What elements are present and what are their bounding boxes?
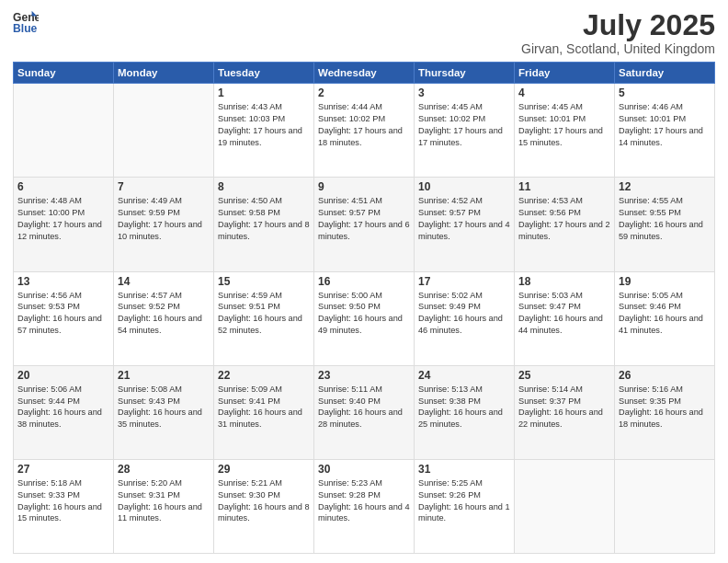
col-wednesday: Wednesday [314, 63, 415, 84]
day-info: Sunrise: 4:51 AMSunset: 9:57 PMDaylight:… [318, 195, 410, 243]
day-info: Sunrise: 5:08 AMSunset: 9:43 PMDaylight:… [118, 384, 210, 431]
col-saturday: Saturday [615, 63, 715, 84]
col-thursday: Thursday [415, 63, 515, 84]
table-row: 19Sunrise: 5:05 AMSunset: 9:46 PMDayligh… [615, 271, 715, 365]
table-row: 23Sunrise: 5:11 AMSunset: 9:40 PMDayligh… [314, 365, 415, 459]
table-row: 11Sunrise: 4:53 AMSunset: 9:56 PMDayligh… [515, 178, 615, 271]
table-row: 5Sunrise: 4:46 AMSunset: 10:01 PMDayligh… [615, 84, 715, 178]
day-number: 11 [518, 180, 610, 193]
col-monday: Monday [114, 63, 214, 84]
day-number: 20 [17, 369, 109, 382]
day-info: Sunrise: 4:49 AMSunset: 9:59 PMDaylight:… [118, 195, 210, 243]
table-row [14, 84, 114, 178]
day-info: Sunrise: 5:23 AMSunset: 9:28 PMDaylight:… [318, 477, 410, 525]
table-row [515, 459, 615, 553]
day-info: Sunrise: 4:56 AMSunset: 9:53 PMDaylight:… [17, 290, 109, 338]
day-number: 14 [118, 275, 210, 288]
day-number: 26 [619, 369, 711, 382]
table-row: 29Sunrise: 5:21 AMSunset: 9:30 PMDayligh… [214, 459, 314, 553]
table-row: 10Sunrise: 4:52 AMSunset: 9:57 PMDayligh… [415, 178, 515, 271]
day-info: Sunrise: 5:06 AMSunset: 9:44 PMDaylight:… [17, 384, 109, 431]
day-info: Sunrise: 4:57 AMSunset: 9:52 PMDaylight:… [118, 290, 210, 338]
table-row: 7Sunrise: 4:49 AMSunset: 9:59 PMDaylight… [114, 178, 214, 271]
calendar-header-row: Sunday Monday Tuesday Wednesday Thursday… [14, 63, 715, 84]
day-info: Sunrise: 5:25 AMSunset: 9:26 PMDaylight:… [418, 477, 510, 525]
day-info: Sunrise: 5:21 AMSunset: 9:30 PMDaylight:… [218, 477, 310, 525]
table-row: 30Sunrise: 5:23 AMSunset: 9:28 PMDayligh… [314, 459, 415, 553]
svg-text:Blue: Blue [13, 22, 38, 35]
table-row: 27Sunrise: 5:18 AMSunset: 9:33 PMDayligh… [14, 459, 114, 553]
calendar-week-row: 13Sunrise: 4:56 AMSunset: 9:53 PMDayligh… [14, 271, 715, 365]
table-row: 25Sunrise: 5:14 AMSunset: 9:37 PMDayligh… [515, 365, 615, 459]
day-number: 18 [518, 275, 610, 288]
day-info: Sunrise: 5:03 AMSunset: 9:47 PMDaylight:… [518, 290, 610, 338]
table-row: 16Sunrise: 5:00 AMSunset: 9:50 PMDayligh… [314, 271, 415, 365]
day-number: 1 [218, 86, 310, 99]
day-number: 13 [17, 275, 109, 288]
day-info: Sunrise: 4:50 AMSunset: 9:58 PMDaylight:… [218, 195, 310, 243]
table-row: 4Sunrise: 4:45 AMSunset: 10:01 PMDayligh… [515, 84, 615, 178]
day-number: 8 [218, 180, 310, 193]
day-info: Sunrise: 5:18 AMSunset: 9:33 PMDaylight:… [17, 477, 109, 525]
day-info: Sunrise: 4:52 AMSunset: 9:57 PMDaylight:… [418, 195, 510, 243]
table-row: 15Sunrise: 4:59 AMSunset: 9:51 PMDayligh… [214, 271, 314, 365]
table-row [114, 84, 214, 178]
table-row: 14Sunrise: 4:57 AMSunset: 9:52 PMDayligh… [114, 271, 214, 365]
day-info: Sunrise: 4:46 AMSunset: 10:01 PMDaylight… [619, 101, 711, 149]
logo: General Blue [13, 9, 39, 35]
day-info: Sunrise: 4:45 AMSunset: 10:01 PMDaylight… [518, 101, 610, 149]
day-number: 28 [118, 463, 210, 476]
day-number: 7 [118, 180, 210, 193]
day-info: Sunrise: 4:48 AMSunset: 10:00 PMDaylight… [17, 195, 109, 243]
day-info: Sunrise: 5:16 AMSunset: 9:35 PMDaylight:… [619, 384, 711, 431]
table-row: 20Sunrise: 5:06 AMSunset: 9:44 PMDayligh… [14, 365, 114, 459]
col-friday: Friday [515, 63, 615, 84]
day-info: Sunrise: 4:45 AMSunset: 10:02 PMDaylight… [418, 101, 510, 149]
table-row: 3Sunrise: 4:45 AMSunset: 10:02 PMDayligh… [415, 84, 515, 178]
day-info: Sunrise: 5:14 AMSunset: 9:37 PMDaylight:… [518, 384, 610, 431]
day-info: Sunrise: 5:05 AMSunset: 9:46 PMDaylight:… [619, 290, 711, 338]
day-info: Sunrise: 4:59 AMSunset: 9:51 PMDaylight:… [218, 290, 310, 338]
table-row: 1Sunrise: 4:43 AMSunset: 10:03 PMDayligh… [214, 84, 314, 178]
day-info: Sunrise: 5:02 AMSunset: 9:49 PMDaylight:… [418, 290, 510, 338]
header: General Blue July 2025 Girvan, Scotland,… [13, 9, 715, 56]
day-number: 19 [619, 275, 711, 288]
day-info: Sunrise: 5:20 AMSunset: 9:31 PMDaylight:… [118, 477, 210, 525]
location: Girvan, Scotland, United Kingdom [521, 41, 715, 56]
calendar-week-row: 6Sunrise: 4:48 AMSunset: 10:00 PMDayligh… [14, 178, 715, 271]
day-info: Sunrise: 5:00 AMSunset: 9:50 PMDaylight:… [318, 290, 410, 338]
table-row: 2Sunrise: 4:44 AMSunset: 10:02 PMDayligh… [314, 84, 415, 178]
day-number: 31 [418, 463, 510, 476]
month-title: July 2025 [521, 9, 715, 41]
page: General Blue July 2025 Girvan, Scotland,… [0, 0, 728, 563]
table-row: 24Sunrise: 5:13 AMSunset: 9:38 PMDayligh… [415, 365, 515, 459]
table-row: 6Sunrise: 4:48 AMSunset: 10:00 PMDayligh… [14, 178, 114, 271]
day-info: Sunrise: 4:44 AMSunset: 10:02 PMDaylight… [318, 101, 410, 149]
table-row: 12Sunrise: 4:55 AMSunset: 9:55 PMDayligh… [615, 178, 715, 271]
title-area: July 2025 Girvan, Scotland, United Kingd… [521, 9, 715, 56]
table-row: 31Sunrise: 5:25 AMSunset: 9:26 PMDayligh… [415, 459, 515, 553]
table-row: 9Sunrise: 4:51 AMSunset: 9:57 PMDaylight… [314, 178, 415, 271]
day-info: Sunrise: 4:43 AMSunset: 10:03 PMDaylight… [218, 101, 310, 149]
table-row: 22Sunrise: 5:09 AMSunset: 9:41 PMDayligh… [214, 365, 314, 459]
calendar-table: Sunday Monday Tuesday Wednesday Thursday… [13, 62, 715, 554]
day-info: Sunrise: 5:13 AMSunset: 9:38 PMDaylight:… [418, 384, 510, 431]
calendar-week-row: 20Sunrise: 5:06 AMSunset: 9:44 PMDayligh… [14, 365, 715, 459]
day-number: 21 [118, 369, 210, 382]
day-number: 15 [218, 275, 310, 288]
table-row: 18Sunrise: 5:03 AMSunset: 9:47 PMDayligh… [515, 271, 615, 365]
day-info: Sunrise: 5:09 AMSunset: 9:41 PMDaylight:… [218, 384, 310, 431]
calendar-week-row: 27Sunrise: 5:18 AMSunset: 9:33 PMDayligh… [14, 459, 715, 553]
day-number: 4 [518, 86, 610, 99]
table-row: 13Sunrise: 4:56 AMSunset: 9:53 PMDayligh… [14, 271, 114, 365]
table-row: 8Sunrise: 4:50 AMSunset: 9:58 PMDaylight… [214, 178, 314, 271]
day-info: Sunrise: 4:53 AMSunset: 9:56 PMDaylight:… [518, 195, 610, 243]
day-number: 27 [17, 463, 109, 476]
day-number: 9 [318, 180, 410, 193]
day-number: 25 [518, 369, 610, 382]
day-number: 23 [318, 369, 410, 382]
day-number: 12 [619, 180, 711, 193]
day-number: 24 [418, 369, 510, 382]
day-number: 22 [218, 369, 310, 382]
logo-icon: General Blue [13, 9, 39, 35]
